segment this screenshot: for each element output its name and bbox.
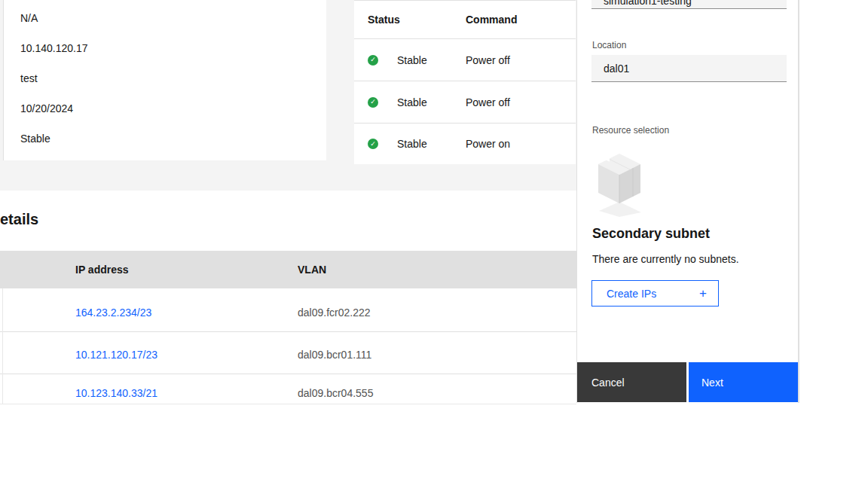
ip-table-header: IP address VLAN — [0, 251, 576, 288]
table-left-edge — [2, 288, 3, 404]
create-ips-button[interactable]: Create IPs + — [591, 280, 719, 307]
table-row: Stable Power off — [354, 39, 576, 81]
vlan-cell: dal09.bcr01.111 — [298, 349, 576, 361]
summary-value: test — [20, 63, 326, 93]
status-table-header: Status Command — [354, 1, 576, 39]
table-row: 10.123.140.33/21 dal09.bcr04.555 — [0, 374, 576, 404]
status-badge: Stable — [397, 138, 427, 150]
name-input[interactable]: simulation1-testing — [591, 0, 787, 9]
status-badge: Stable — [397, 96, 427, 108]
status-table: Status Command Stable Power off Stable P… — [354, 0, 576, 164]
side-panel: simulation1-testing Location Resource se… — [576, 0, 799, 403]
ip-table: IP address VLAN 164.23.2.234/23 dal09.fc… — [0, 251, 576, 404]
summary-value: 10/20/2024 — [20, 93, 326, 124]
table-row: Stable Power off — [354, 81, 576, 124]
checkmark-filled-icon — [368, 97, 378, 108]
vlan-cell: dal09.fcr02.222 — [298, 307, 576, 319]
vlan-cell: dal09.bcr04.555 — [298, 387, 576, 399]
column-header-vlan: VLAN — [298, 264, 576, 276]
resource-selection-label: Resource selection — [592, 125, 669, 136]
table-row: 164.23.2.234/23 dal09.fcr02.222 — [0, 288, 576, 332]
summary-value: Stable — [20, 124, 326, 154]
location-input[interactable] — [591, 55, 787, 82]
checkmark-filled-icon — [368, 139, 378, 149]
ip-address-link[interactable]: 164.23.2.234/23 — [75, 307, 151, 319]
summary-value: N/A — [20, 3, 326, 33]
command-cell: Power off — [466, 96, 576, 108]
server-cube-pictogram — [598, 152, 644, 217]
summary-card: N/A 10.140.120.17 test 10/20/2024 Stable — [3, 0, 326, 160]
next-button[interactable]: Next — [689, 362, 799, 402]
column-header-status: Status — [354, 14, 466, 26]
create-ips-label: Create IPs — [607, 288, 656, 300]
column-header-command: Command — [466, 14, 576, 26]
panel-footer: Cancel Next — [577, 362, 799, 402]
details-heading: etails — [0, 211, 38, 228]
empty-subnets-message: There are currently no subnets. — [592, 253, 739, 265]
ip-address-link[interactable]: 10.123.140.33/21 — [75, 387, 157, 399]
add-icon: + — [699, 287, 707, 300]
status-badge: Stable — [397, 54, 427, 66]
cancel-button[interactable]: Cancel — [577, 362, 686, 402]
location-label: Location — [592, 40, 626, 50]
table-row: 10.121.120.17/23 dal09.bcr01.111 — [0, 332, 576, 374]
table-row: Stable Power on — [354, 124, 576, 164]
summary-value: 10.140.120.17 — [20, 33, 326, 63]
command-cell: Power on — [466, 138, 576, 150]
column-header-ip: IP address — [75, 264, 298, 276]
checkmark-filled-icon — [368, 55, 378, 66]
command-cell: Power off — [466, 54, 576, 66]
secondary-subnet-heading: Secondary subnet — [592, 226, 710, 242]
ip-address-link[interactable]: 10.121.120.17/23 — [75, 349, 157, 361]
